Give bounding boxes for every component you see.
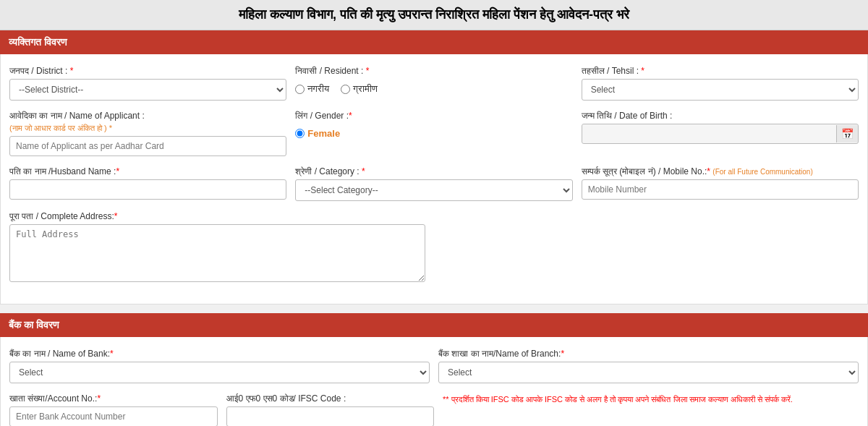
address-col: पूरा पता / Complete Address:* [9,211,425,282]
tehsil-col: तहसील / Tehsil : * Select [582,66,859,101]
bank-name-label: बैंक का नाम / Name of Bank:* [9,349,430,359]
personal-section: व्यक्तिगत विवरण जनपद / District : * --Se… [0,30,868,304]
gender-female-radio[interactable] [295,129,305,138]
row-bank-branch: बैंक का नाम / Name of Bank:* Select बैंक… [9,349,859,383]
resident-radio-group: नगरीय ग्रामीण [295,83,572,95]
husband-name-label: पति का नाम /Husband Name :* [9,166,286,176]
branch-name-select[interactable]: Select [438,362,859,383]
mobile-input[interactable] [582,179,859,200]
category-label: श्रेणी / Category : * [295,166,572,176]
category-select[interactable]: --Select Category-- [295,179,572,201]
resident-nagrik-radio[interactable] [295,85,305,94]
row-name-gender-dob: आवेदिका का नाम / Name of Applicant : (ना… [9,111,859,156]
gender-col: लिंग / Gender :* Female [295,111,572,139]
mobile-col: सम्पर्क सूत्र (मोबाइल नं) / Mobile No.:*… [582,166,859,200]
bank-name-select[interactable]: Select [9,362,430,383]
account-label: खाता संख्या/Account No.:* [9,393,218,404]
resident-gramin-radio[interactable] [341,85,350,94]
applicant-name-col: आवेदिका का नाम / Name of Applicant : (ना… [9,111,286,156]
branch-name-col: बैंक शाखा का नाम/Name of Branch:* Select [438,349,859,383]
ifsc-input[interactable] [226,406,435,426]
gender-radio-group: Female [295,128,572,139]
personal-section-header: व्यक्तिगत विवरण [0,30,868,54]
dob-col: जन्म तिथि / Date of Birth : 📅 [582,111,859,144]
gender-label: लिंग / Gender :* [295,111,572,121]
address-textarea[interactable] [9,224,425,282]
bank-name-col: बैंक का नाम / Name of Bank:* Select [9,349,430,383]
bank-section-body: बैंक का नाम / Name of Bank:* Select बैंक… [0,337,868,426]
gender-female-label[interactable]: Female [295,128,340,139]
resident-col: निवासी / Resident : * नगरीय ग्रामीण [295,66,572,95]
account-col: खाता संख्या/Account No.:* [9,393,218,426]
tehsil-label: तहसील / Tehsil : * [582,66,859,76]
ifsc-warning: ** प्रदर्शित किया IFSC कोड आपके IFSC कोड… [443,393,859,406]
resident-nagrik-label[interactable]: नगरीय [295,83,329,95]
district-label: जनपद / District : * [9,66,286,76]
address-label: पूरा पता / Complete Address:* [9,211,425,221]
row-husband-category-mobile: पति का नाम /Husband Name :* श्रेणी / Cat… [9,166,859,201]
applicant-name-label: आवेदिका का नाम / Name of Applicant : [9,111,286,121]
bank-section-header: बैंक का विवरण [0,313,868,337]
applicant-name-input[interactable] [9,136,286,156]
row-address: पूरा पता / Complete Address:* [9,211,859,282]
row-district-resident-tehsil: जनपद / District : * --Select District-- … [9,66,859,101]
dob-wrapper: 📅 [582,124,859,144]
page-title: महिला कल्याण विभाग, पति की मृत्यु उपरान्… [0,0,868,30]
applicant-name-note: (नाम जो आधार कार्ड पर अंकित हो ) * [9,124,286,133]
row-account-ifsc-warning: खाता संख्या/Account No.:* आई0 एफ0 एस0 को… [9,393,859,426]
tehsil-select[interactable]: Select [582,79,859,101]
category-col: श्रेणी / Category : * --Select Category-… [295,166,572,201]
mobile-label: सम्पर्क सूत्र (मोबाइल नं) / Mobile No.:*… [582,166,859,176]
calendar-icon[interactable]: 📅 [836,125,858,142]
personal-section-body: जनपद / District : * --Select District-- … [0,54,868,304]
district-select[interactable]: --Select District-- [9,79,286,101]
resident-label: निवासी / Resident : * [295,66,572,76]
bank-section: बैंक का विवरण बैंक का नाम / Name of Bank… [0,313,868,426]
husband-name-col: पति का नाम /Husband Name :* [9,166,286,200]
district-col: जनपद / District : * --Select District-- [9,66,286,101]
account-input[interactable] [9,406,218,426]
branch-name-label: बैंक शाखा का नाम/Name of Branch:* [438,349,859,359]
dob-input[interactable] [582,124,836,143]
warning-col: ** प्रदर्शित किया IFSC कोड आपके IFSC कोड… [443,393,859,406]
husband-name-input[interactable] [9,179,286,200]
dob-label: जन्म तिथि / Date of Birth : [582,111,859,121]
resident-gramin-label[interactable]: ग्रामीण [341,83,378,95]
ifsc-label: आई0 एफ0 एस0 कोड/ IFSC Code : [226,393,435,404]
ifsc-col: आई0 एफ0 एस0 कोड/ IFSC Code : [226,393,435,426]
